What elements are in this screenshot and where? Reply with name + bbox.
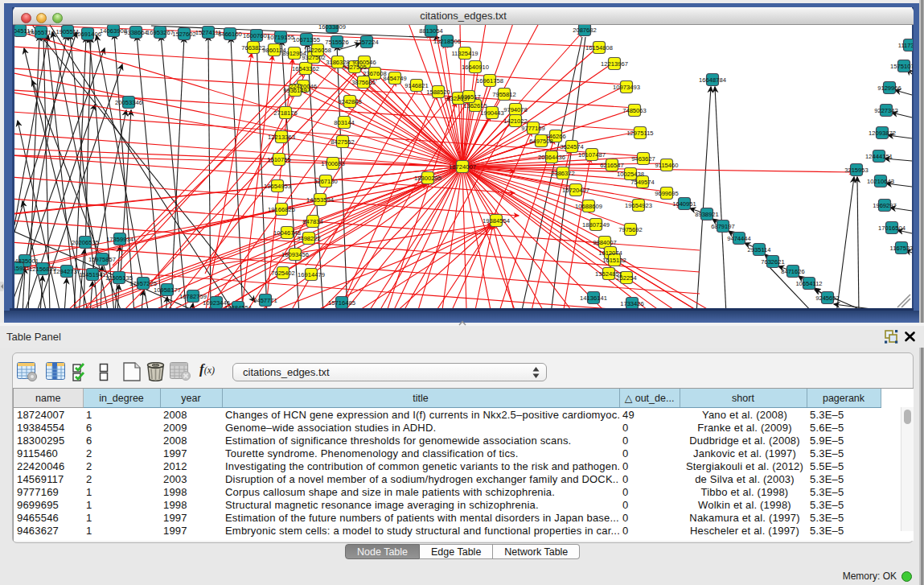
svg-text:10107487: 10107487 (578, 151, 606, 159)
svg-text:1640951: 1640951 (672, 200, 696, 208)
svg-text:8813054: 8813054 (419, 27, 443, 35)
svg-text:14353594: 14353594 (306, 196, 334, 204)
svg-text:14835001: 14835001 (14, 257, 39, 265)
svg-text:7975692: 7975692 (618, 226, 643, 233)
svg-text:12093872: 12093872 (869, 130, 896, 137)
svg-text:11325419: 11325419 (451, 50, 478, 57)
svg-text:12156829: 12156829 (29, 266, 56, 273)
svg-text:6216547: 6216547 (600, 162, 624, 169)
svg-text:3875685: 3875685 (351, 79, 376, 86)
svg-text:9463627: 9463627 (631, 155, 655, 163)
svg-text:1117375: 1117375 (898, 42, 913, 49)
svg-text:9146821: 9146821 (405, 82, 429, 89)
svg-text:10719155: 10719155 (267, 34, 294, 41)
svg-text:15751074: 15751074 (890, 63, 913, 70)
svg-text:16007601: 16007601 (243, 32, 270, 39)
svg-text:7549574: 7549574 (630, 179, 655, 186)
svg-text:10958177: 10958177 (154, 286, 181, 294)
svg-text:3915921: 3915921 (14, 265, 30, 272)
svg-text:14136141: 14136141 (580, 295, 607, 302)
svg-text:7357224: 7357224 (355, 39, 379, 46)
svg-text:18807249: 18807249 (582, 221, 610, 229)
svg-text:1421022: 1421022 (503, 117, 528, 125)
svg-text:1527602: 1527602 (172, 31, 196, 38)
svg-text:1990443: 1990443 (480, 109, 504, 117)
svg-text:10654112: 10654112 (795, 280, 822, 287)
svg-text:1733426: 1733426 (620, 300, 644, 307)
svg-text:10210643: 10210643 (867, 178, 894, 185)
svg-text:9884007: 9884007 (593, 239, 617, 246)
svg-text:15975857: 15975857 (88, 256, 116, 263)
svg-text:9245652: 9245652 (815, 295, 840, 302)
svg-text:1612074: 1612074 (598, 249, 622, 257)
svg-text:1615132: 1615132 (602, 257, 626, 264)
svg-text:1167533: 1167533 (890, 245, 914, 252)
svg-text:16543362: 16543362 (292, 65, 319, 72)
svg-text:9227342: 9227342 (874, 107, 898, 114)
svg-text:7515526: 7515526 (325, 39, 349, 46)
svg-text:2087682: 2087682 (573, 27, 597, 34)
svg-text:7955812: 7955812 (492, 91, 516, 98)
svg-text:13218506: 13218506 (433, 38, 461, 45)
svg-text:10688609: 10688609 (575, 203, 602, 210)
svg-text:20364436: 20364436 (538, 154, 565, 161)
svg-text:9129966: 9129966 (877, 84, 901, 92)
svg-text:12444151: 12444151 (865, 153, 893, 160)
svg-text:10973493: 10973493 (613, 84, 640, 91)
svg-text:8912954: 8912954 (282, 50, 306, 57)
svg-text:16953267: 16953267 (146, 29, 174, 36)
svg-text:746266: 746266 (545, 133, 565, 140)
svg-text:3215953: 3215953 (844, 167, 869, 174)
svg-text:19384554: 19384554 (483, 217, 510, 225)
svg-text:10025438: 10025438 (617, 171, 644, 178)
svg-text:12505135: 12505135 (105, 274, 133, 282)
svg-text:3498222: 3498222 (297, 235, 321, 242)
svg-text:17359934: 17359934 (106, 236, 133, 243)
svg-text:16914479: 16914479 (298, 271, 325, 278)
svg-text:18300295: 18300295 (414, 175, 441, 182)
svg-text:1036517: 1036517 (457, 93, 481, 101)
svg-text:9457771: 9457771 (253, 297, 277, 304)
svg-text:14063908: 14063908 (100, 27, 127, 35)
svg-text:9360546: 9360546 (352, 59, 376, 66)
svg-text:9474444: 9474444 (727, 235, 751, 242)
svg-text:9115460: 9115460 (655, 162, 679, 169)
svg-text:12213967: 12213967 (601, 60, 628, 68)
svg-text:1969297: 1969297 (873, 202, 897, 209)
svg-text:14055714: 14055714 (27, 29, 55, 36)
svg-text:9777169: 9777169 (521, 125, 545, 132)
svg-text:1610755: 1610755 (267, 156, 291, 163)
svg-text:1362615: 1362615 (463, 102, 487, 109)
svg-text:15720407: 15720407 (562, 187, 589, 194)
svg-text:20206535: 20206535 (72, 239, 99, 246)
svg-text:8454749: 8454749 (383, 75, 407, 82)
svg-text:6466160: 6466160 (218, 31, 242, 38)
svg-text:19654953: 19654953 (264, 183, 291, 190)
svg-text:8471626: 8471626 (781, 268, 805, 275)
svg-text:8938921: 8938921 (695, 211, 719, 218)
svg-text:3624574: 3624574 (560, 143, 584, 150)
svg-text:16961758: 16961758 (476, 77, 503, 84)
svg-text:16033809: 16033809 (318, 25, 346, 31)
svg-text:2935114: 2935114 (748, 246, 771, 253)
svg-text:2386372: 2386372 (551, 170, 575, 177)
svg-text:16648784: 16648784 (699, 76, 726, 84)
svg-text:847834: 847834 (302, 218, 322, 225)
svg-text:3186328: 3186328 (326, 59, 350, 66)
svg-text:17016504: 17016504 (878, 225, 906, 232)
svg-text:9794078: 9794078 (503, 106, 528, 113)
svg-text:11451941: 11451941 (79, 271, 105, 278)
svg-text:2718176: 2718176 (273, 109, 298, 117)
svg-text:12942737: 12942737 (53, 268, 80, 275)
svg-text:9936149: 9936149 (283, 87, 307, 94)
svg-text:12975115: 12975115 (626, 130, 653, 137)
svg-text:7485063: 7485063 (622, 107, 647, 114)
svg-text:7632621: 7632621 (761, 258, 785, 266)
svg-text:16640910: 16640910 (462, 64, 489, 71)
svg-text:1700693: 1700693 (321, 160, 345, 167)
svg-text:13226058: 13226058 (304, 47, 331, 54)
svg-text:7625402: 7625402 (271, 270, 295, 277)
svg-text:18724007: 18724007 (449, 163, 476, 171)
svg-text:8427552: 8427552 (331, 138, 355, 146)
svg-text:16093456: 16093456 (281, 251, 309, 258)
